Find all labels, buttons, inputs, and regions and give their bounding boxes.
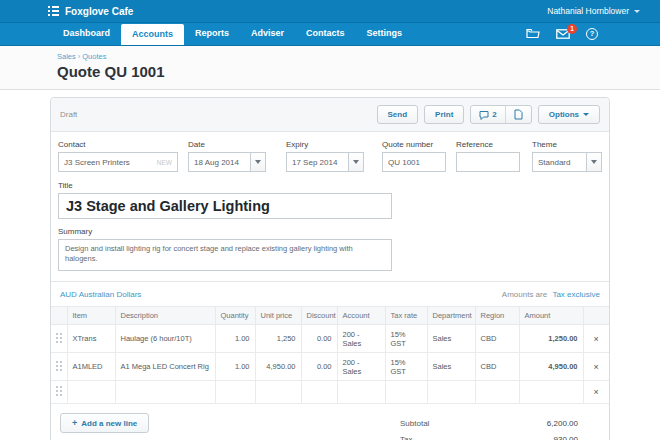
cell-unit-price[interactable] <box>255 381 301 404</box>
user-menu[interactable]: Nathanial Hornblower <box>547 6 646 16</box>
tax-mode-link[interactable]: Tax exclusive <box>552 290 600 299</box>
currency-link[interactable]: AUD Australian Dollars <box>60 290 141 299</box>
theme-field-wrap: Theme Standard <box>532 140 602 172</box>
cell-tax-rate[interactable] <box>385 381 427 404</box>
delete-row-button[interactable]: × <box>583 381 609 404</box>
expiry-label: Expiry <box>286 140 364 149</box>
breadcrumb-quotes[interactable]: Quotes <box>82 52 106 61</box>
print-button[interactable]: Print <box>424 105 464 124</box>
files-button[interactable] <box>526 28 540 39</box>
add-line-button[interactable]: + Add a new line <box>60 413 149 433</box>
col-description: Description <box>115 307 215 325</box>
cell-account[interactable] <box>337 381 385 404</box>
quote-number-label: Quote number <box>382 140 446 149</box>
cell-description[interactable]: Haulage (6 hour/10T) <box>115 325 215 353</box>
top-bar: Foxglove Cafe Nathanial Hornblower <box>0 0 660 22</box>
folder-icon <box>526 28 540 39</box>
cell-amount[interactable]: 1,250.00 <box>519 325 583 353</box>
nav-dashboard[interactable]: Dashboard <box>52 22 121 45</box>
cell-quantity[interactable]: 1.00 <box>215 325 255 353</box>
cell-tax-rate[interactable]: 15% GST <box>385 325 427 353</box>
cell-unit-price[interactable]: 1,250 <box>255 325 301 353</box>
cell-account[interactable]: 200 - Sales <box>337 325 385 353</box>
date-field-wrap: Date 18 Aug 2014 <box>188 140 266 172</box>
subtotal-value: 6,200.00 <box>547 419 578 428</box>
summary-label: Summary <box>58 227 602 236</box>
cell-item[interactable]: XTrans <box>67 325 115 353</box>
drag-column-header <box>51 307 67 325</box>
cell-department[interactable]: Sales <box>427 325 475 353</box>
cell-quantity[interactable] <box>215 381 255 404</box>
add-line-label: Add a new line <box>81 419 137 428</box>
inbox-button[interactable]: 1 <box>556 29 570 39</box>
calendar-dropdown-icon[interactable] <box>348 153 363 171</box>
reference-input[interactable] <box>456 152 520 172</box>
cell-discount[interactable] <box>301 381 337 404</box>
table-row: A1MLED A1 Mega LED Concert Rig 1.00 4,95… <box>51 353 609 381</box>
title-band: Sales›Quotes Quote QU 1001 <box>0 46 660 90</box>
subtotal-label: Subtotal <box>400 419 429 428</box>
drag-handle[interactable] <box>51 381 67 404</box>
contact-value: J3 Screen Printers <box>64 158 130 167</box>
cell-quantity[interactable]: 1.00 <box>215 353 255 381</box>
send-button[interactable]: Send <box>377 105 419 124</box>
cell-amount[interactable] <box>519 381 583 404</box>
date-input[interactable]: 18 Aug 2014 <box>188 152 266 172</box>
cell-description[interactable]: A1 Mega LED Concert Rig <box>115 353 215 381</box>
org-name: Foxglove Cafe <box>65 6 133 17</box>
drag-handle[interactable] <box>51 353 67 381</box>
table-row: XTrans Haulage (6 hour/10T) 1.00 1,250 0… <box>51 325 609 353</box>
nav-reports[interactable]: Reports <box>184 22 240 45</box>
drag-handle[interactable] <box>51 325 67 353</box>
col-quantity: Quantity <box>215 307 255 325</box>
comments-button[interactable]: 2 <box>471 106 504 123</box>
speech-bubble-icon <box>479 110 489 120</box>
theme-select[interactable]: Standard <box>532 152 602 172</box>
options-label: Options <box>549 110 579 119</box>
title-input[interactable]: J3 Stage and Gallery Lighting <box>58 193 392 219</box>
breadcrumb: Sales›Quotes <box>57 52 660 61</box>
calendar-dropdown-icon[interactable] <box>250 153 265 171</box>
expiry-input[interactable]: 17 Sep 2014 <box>286 152 364 172</box>
delete-row-button[interactable]: × <box>583 325 609 353</box>
subtotal-row: Subtotal 6,200.00 <box>400 415 578 431</box>
theme-value: Standard <box>533 153 586 171</box>
delete-row-button[interactable]: × <box>583 353 609 381</box>
document-icon <box>514 109 523 120</box>
nav-adviser[interactable]: Adviser <box>240 22 295 45</box>
cell-item[interactable]: A1MLED <box>67 353 115 381</box>
amounts-are-text: Amounts are Tax exclusive <box>502 290 600 299</box>
col-amount: Amount <box>519 307 583 325</box>
contact-label: Contact <box>58 140 178 149</box>
cell-region[interactable]: CBD <box>475 353 519 381</box>
reference-field-wrap: Reference <box>456 140 520 172</box>
chevron-down-icon[interactable] <box>586 153 601 171</box>
cell-department[interactable]: Sales <box>427 353 475 381</box>
breadcrumb-sales[interactable]: Sales <box>57 52 76 61</box>
cell-region[interactable] <box>475 381 519 404</box>
options-button[interactable]: Options <box>538 105 600 124</box>
nav-contacts[interactable]: Contacts <box>295 22 356 45</box>
table-header-row: Item Description Quantity Unit price Dis… <box>51 307 609 325</box>
summary-textarea[interactable]: Design and install lighting rig for conc… <box>58 239 392 271</box>
quote-number-input[interactable]: QU 1001 <box>382 152 446 172</box>
copy-button[interactable] <box>505 106 531 123</box>
col-unit-price: Unit price <box>255 307 301 325</box>
nav-settings[interactable]: Settings <box>356 22 414 45</box>
tax-label: Tax <box>400 435 412 440</box>
expiry-value: 17 Sep 2014 <box>287 153 348 171</box>
nav-accounts[interactable]: Accounts <box>121 24 184 45</box>
cell-amount[interactable]: 4,950.00 <box>519 353 583 381</box>
cell-description[interactable] <box>115 381 215 404</box>
contact-input[interactable]: J3 Screen Printers NEW <box>58 152 178 172</box>
cell-region[interactable]: CBD <box>475 325 519 353</box>
cell-discount[interactable]: 0.00 <box>301 353 337 381</box>
help-button[interactable]: ? <box>586 28 598 40</box>
cell-item[interactable] <box>67 381 115 404</box>
cell-tax-rate[interactable]: 15% GST <box>385 353 427 381</box>
cell-account[interactable]: 200 - Sales <box>337 353 385 381</box>
cell-unit-price[interactable]: 4,950.00 <box>255 353 301 381</box>
org-menu[interactable]: Foxglove Cafe <box>48 6 133 17</box>
cell-department[interactable] <box>427 381 475 404</box>
cell-discount[interactable]: 0.00 <box>301 325 337 353</box>
